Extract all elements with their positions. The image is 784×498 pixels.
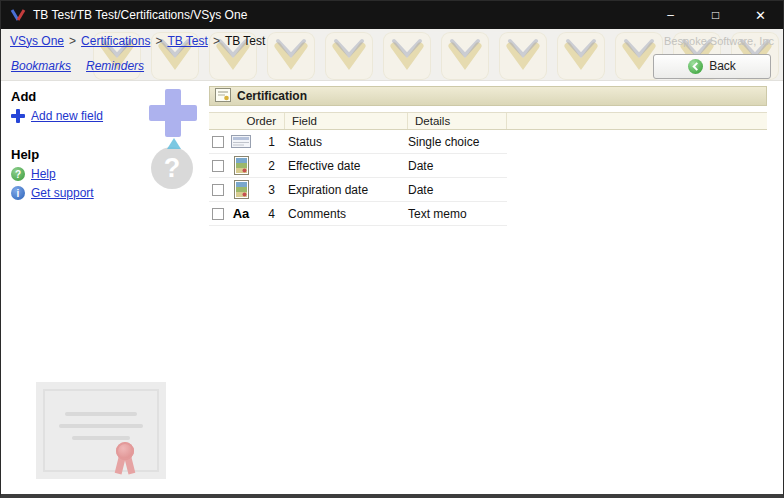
panel-header: Certification xyxy=(209,86,767,106)
back-button[interactable]: Back xyxy=(653,54,771,79)
app-window: TB Test/TB Test/Certifications/VSys One … xyxy=(0,0,784,498)
breadcrumb-separator: > xyxy=(155,34,162,48)
license-icon xyxy=(227,135,255,148)
table-row-effective-date[interactable]: 2 Effective date Date xyxy=(209,154,507,178)
nav-row: Bookmarks Reminders Back xyxy=(1,52,783,80)
certification-panel-icon xyxy=(215,88,231,105)
row-details: Date xyxy=(403,159,507,173)
breadcrumb-separator: > xyxy=(69,34,76,48)
row-field-name: Comments xyxy=(281,207,403,221)
header-strip: VSys One > Certifications > TB Test > TB… xyxy=(1,29,783,81)
row-details: Single choice xyxy=(403,135,507,149)
table-row-status[interactable]: 1 Status Single choice xyxy=(209,130,507,154)
certificate-line xyxy=(59,424,143,428)
certificate-watermark xyxy=(36,382,166,479)
minimize-button[interactable]: – xyxy=(648,1,693,29)
back-button-label: Back xyxy=(709,59,736,73)
certificate-line xyxy=(72,436,130,440)
row-checkbox[interactable] xyxy=(212,184,224,196)
company-label: Bespoke Software, Inc xyxy=(664,35,774,47)
breadcrumb-separator: > xyxy=(213,34,220,48)
breadcrumb-link-vsys-one[interactable]: VSys One xyxy=(10,34,64,48)
row-field-name: Effective date xyxy=(281,159,403,173)
maximize-button[interactable]: □ xyxy=(693,1,738,29)
row-checkbox[interactable] xyxy=(212,208,224,220)
add-watermark-plus-icon xyxy=(149,89,197,137)
breadcrumb-link-certifications[interactable]: Certifications xyxy=(81,34,150,48)
back-arrow-icon xyxy=(688,59,703,74)
row-field-name: Expiration date xyxy=(281,183,403,197)
certificate-line xyxy=(65,412,137,416)
info-icon: i xyxy=(11,186,25,200)
row-checkbox[interactable] xyxy=(212,136,224,148)
row-details: Text memo xyxy=(403,207,507,221)
main-panel: Certification Order Field Details xyxy=(209,81,767,493)
get-support-link[interactable]: Get support xyxy=(31,186,94,200)
breadcrumb-link-tb-test[interactable]: TB Test xyxy=(167,34,207,48)
text-memo-icon: Aa xyxy=(227,206,255,221)
titlebar: TB Test/TB Test/Certifications/VSys One … xyxy=(1,1,783,29)
certificate-icon xyxy=(227,156,255,175)
content-area: Add Add new field Help ? Help i Get supp… xyxy=(1,81,783,493)
fields-table: 1 Status Single choice xyxy=(209,130,507,226)
row-order: 2 xyxy=(255,159,281,173)
certificate-icon xyxy=(227,180,255,199)
triangle-icon xyxy=(167,138,181,149)
help-link[interactable]: Help xyxy=(31,167,56,181)
row-field-name: Status xyxy=(281,135,403,149)
table-row-comments[interactable]: Aa 4 Comments Text memo xyxy=(209,202,507,226)
panel-title: Certification xyxy=(237,89,307,103)
plus-icon xyxy=(11,109,25,123)
ribbon-seal-icon xyxy=(116,442,134,478)
row-details: Date xyxy=(403,183,507,197)
close-button[interactable]: ✕ xyxy=(738,1,783,29)
get-support-item[interactable]: i Get support xyxy=(11,186,209,200)
bookmarks-link[interactable]: Bookmarks xyxy=(11,59,71,73)
breadcrumb: VSys One > Certifications > TB Test > TB… xyxy=(1,29,783,52)
vsys-logo-icon xyxy=(10,7,26,23)
row-order: 4 xyxy=(255,207,281,221)
column-header-field[interactable]: Field xyxy=(285,113,408,129)
breadcrumb-current: TB Test xyxy=(225,34,265,48)
column-header-order[interactable]: Order xyxy=(209,113,285,129)
window-title: TB Test/TB Test/Certifications/VSys One xyxy=(33,8,247,22)
question-glyph: ? xyxy=(164,153,181,184)
column-header-details[interactable]: Details xyxy=(408,113,507,129)
table-header: Order Field Details xyxy=(209,112,767,130)
table-row-expiration-date[interactable]: 3 Expiration date Date xyxy=(209,178,507,202)
reminders-link[interactable]: Reminders xyxy=(86,59,144,73)
row-checkbox[interactable] xyxy=(212,160,224,172)
help-watermark-question-icon: ? xyxy=(151,147,193,189)
add-new-field-link[interactable]: Add new field xyxy=(31,109,103,123)
certificate-frame xyxy=(43,389,159,472)
help-icon: ? xyxy=(11,167,25,181)
row-order: 3 xyxy=(255,183,281,197)
column-header-filler xyxy=(507,113,767,129)
row-order: 1 xyxy=(255,135,281,149)
